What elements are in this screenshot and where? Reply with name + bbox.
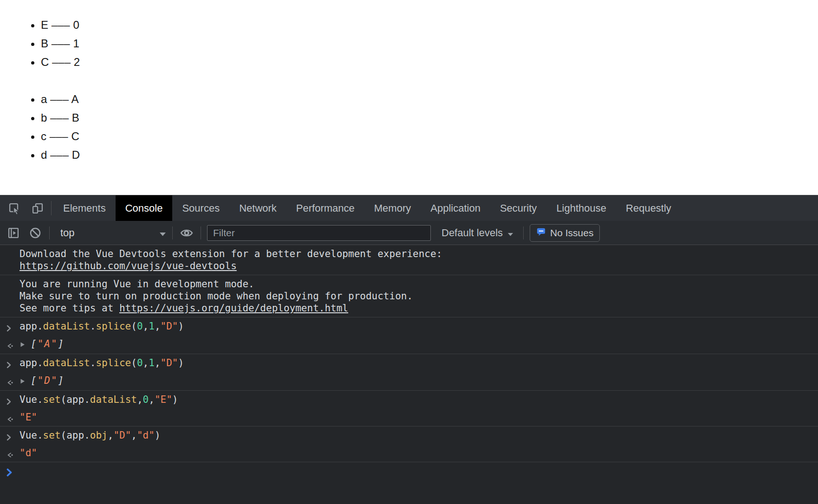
console-token: 0	[143, 394, 149, 405]
tab-performance[interactable]: Performance	[286, 195, 364, 221]
list-item: C ––– 2	[41, 53, 818, 71]
console-prompt-row[interactable]	[0, 462, 818, 481]
console-token: .	[90, 357, 96, 368]
console-token: ,	[137, 394, 143, 405]
console-token: See more tips at	[19, 303, 119, 314]
console-token: "D"	[161, 321, 178, 332]
chevron-down-icon	[507, 227, 513, 239]
issues-chat-bubble-icon	[536, 227, 546, 239]
console-result-row: ["D"]	[0, 372, 818, 390]
tab-network[interactable]: Network	[229, 195, 286, 221]
tab-lighthouse[interactable]: Lighthouse	[546, 195, 616, 221]
console-token: ,	[155, 321, 161, 332]
toolbar-divider	[201, 226, 201, 239]
console-token: 1	[149, 357, 155, 368]
obj-list: a ––– Ab ––– Bc ––– Cd ––– D	[0, 90, 818, 164]
console-token: .	[37, 394, 43, 405]
tabbar-icon-group	[0, 195, 51, 221]
console-token: ,	[108, 430, 114, 441]
console-token: .	[37, 430, 43, 441]
return-value-arrow-icon	[6, 340, 14, 352]
console-command-row: app.dataList.splice(0,1,"D")	[0, 317, 818, 335]
command-chevron-icon	[6, 359, 12, 371]
console-command-text: app.dataList.splice(0,1,"D")	[19, 357, 811, 369]
console-token: "d"	[19, 447, 37, 459]
devtools-tabs: ElementsConsoleSourcesNetworkPerformance…	[53, 195, 681, 221]
return-value-arrow-icon	[6, 377, 14, 389]
devtools-panel: ElementsConsoleSourcesNetworkPerformance…	[0, 195, 818, 504]
console-log-row: Download the Vue Devtools extension for …	[0, 245, 818, 275]
expand-triangle-icon[interactable]	[19, 339, 26, 351]
console-token: Vue	[19, 394, 37, 405]
console-link[interactable]: https://github.com/vuejs/vue-devtools	[19, 260, 237, 271]
console-message-line: Download the Vue Devtools extension for …	[19, 248, 811, 260]
console-token: "A"	[38, 338, 58, 349]
console-token: "E"	[155, 394, 172, 405]
console-token: "D"	[113, 430, 131, 441]
console-token: dataList	[90, 394, 137, 405]
console-token: Vue	[19, 430, 37, 441]
prompt-chevron-icon	[6, 467, 13, 479]
list-item: a ––– A	[41, 90, 818, 109]
console-token: ,	[149, 394, 155, 405]
console-link[interactable]: https://vuejs.org/guide/deployment.html	[119, 303, 348, 314]
console-command-text: Vue.set(app.dataList,0,"E")	[19, 394, 811, 406]
return-value-arrow-icon	[6, 414, 14, 426]
console-token: "D"	[161, 357, 178, 368]
tabbar-divider	[51, 201, 52, 215]
toolbar-divider	[523, 226, 524, 239]
rendered-page: E ––– 0B ––– 1C ––– 2 a ––– Ab ––– Bc ––…	[0, 0, 818, 195]
console-result-text: "d"	[19, 447, 811, 459]
console-token: 0	[137, 321, 143, 332]
console-token: "D"	[38, 375, 58, 386]
console-token: [	[31, 338, 38, 349]
inspect-cursor-icon[interactable]	[6, 200, 22, 216]
tab-security[interactable]: Security	[490, 195, 546, 221]
console-token: dataList	[43, 321, 90, 332]
chevron-down-icon	[159, 227, 166, 239]
console-token: 1	[149, 321, 155, 332]
clear-console-icon[interactable]	[27, 225, 43, 241]
expand-triangle-icon[interactable]	[19, 375, 26, 388]
list-item: c ––– C	[41, 127, 818, 146]
console-command-text: Vue.set(app.obj,"D","d")	[19, 429, 811, 441]
tab-application[interactable]: Application	[421, 195, 490, 221]
log-levels-label: Default levels	[441, 227, 503, 239]
console-token: app	[19, 321, 37, 332]
console-result-text: ["A"]	[19, 338, 811, 351]
log-levels-dropdown[interactable]: Default levels	[437, 227, 517, 239]
live-expression-eye-icon[interactable]	[179, 225, 195, 241]
context-selector[interactable]: top	[56, 227, 166, 239]
console-command-row: app.dataList.splice(0,1,"D")	[0, 354, 818, 372]
console-token: set	[43, 430, 61, 441]
console-token: app	[19, 357, 37, 368]
console-token: "d"	[137, 430, 155, 441]
device-toolbar-icon[interactable]	[30, 200, 45, 216]
tab-console[interactable]: Console	[116, 195, 173, 221]
console-result-row: "d"	[0, 444, 818, 462]
console-token: splice	[96, 321, 131, 332]
console-token: ,	[155, 357, 161, 368]
issues-badge-label: No Issues	[550, 227, 593, 239]
console-sidebar-icon[interactable]	[6, 225, 21, 241]
console-token: Make sure to turn on production mode whe…	[19, 291, 413, 302]
console-token: app	[66, 394, 84, 405]
list-item: b ––– B	[41, 109, 818, 127]
list-item: E ––– 0	[41, 16, 818, 34]
tab-requestly[interactable]: Requestly	[616, 195, 681, 221]
console-token: splice	[96, 357, 131, 368]
console-message-line: You are running Vue in development mode.	[19, 278, 811, 290]
console-token: "E"	[19, 412, 37, 423]
console-token: (	[131, 321, 137, 332]
tab-sources[interactable]: Sources	[172, 195, 229, 221]
tab-elements[interactable]: Elements	[53, 195, 116, 221]
console-token: )	[178, 357, 184, 368]
tab-memory[interactable]: Memory	[364, 195, 421, 221]
console-token: )	[178, 321, 184, 332]
issues-badge[interactable]: No Issues	[530, 224, 600, 242]
console-token: obj	[90, 430, 108, 441]
console-token: )	[155, 430, 161, 441]
console-token: ,	[143, 357, 149, 368]
filter-input[interactable]	[207, 225, 431, 241]
console-token: (	[61, 394, 67, 405]
